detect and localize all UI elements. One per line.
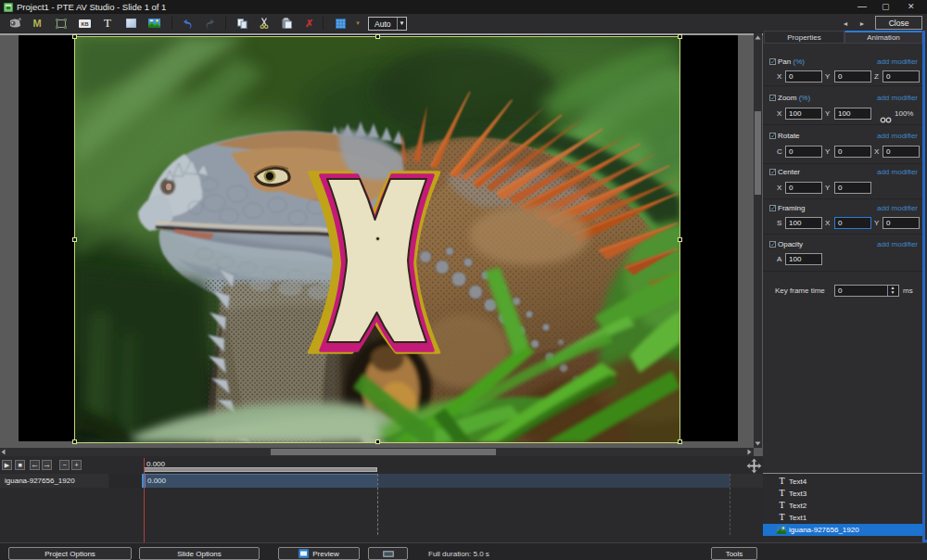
svg-text:KB: KB [81,20,88,26]
